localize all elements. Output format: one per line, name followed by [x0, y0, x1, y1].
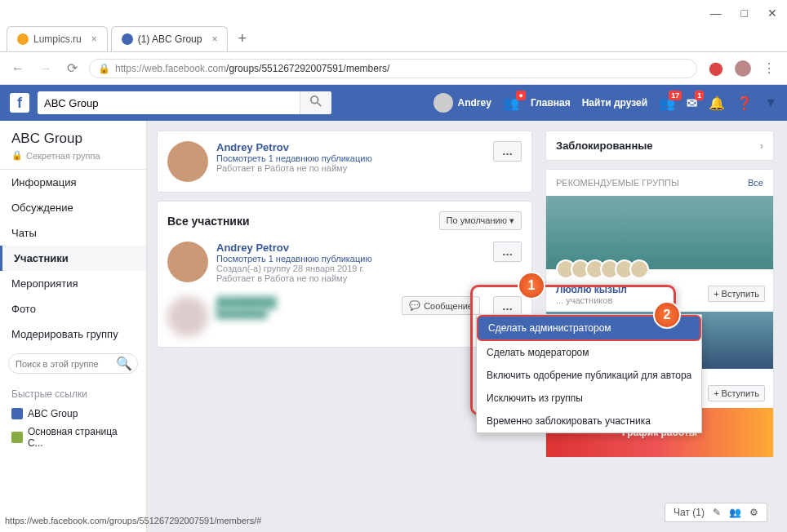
dropdown-icon[interactable]: ▼ [764, 95, 777, 110]
profile-avatar-icon[interactable] [735, 60, 751, 77]
close-tab-icon[interactable]: × [91, 33, 97, 45]
gear-icon[interactable]: ⚙ [749, 507, 758, 518]
join-button[interactable]: + Вступить [708, 286, 765, 302]
group-icon [11, 408, 23, 419]
all-members-title: Все участники [167, 215, 250, 228]
reload-button[interactable]: ⟳ [64, 57, 81, 79]
facebook-search[interactable] [38, 91, 331, 114]
quick-link-label: ABC Group [28, 408, 78, 419]
group-privacy: 🔒Секретная группа [0, 150, 146, 169]
help-icon[interactable]: ❓ [736, 95, 753, 111]
groups-icon[interactable]: 👥● [503, 95, 519, 111]
browser-tab-facebook[interactable]: (1) ABC Group × [111, 26, 229, 51]
block-member-item[interactable]: Временно заблокировать участника [477, 410, 701, 432]
nav-info[interactable]: Информация [0, 170, 146, 195]
avatar-icon [434, 93, 453, 113]
nav-photos[interactable]: Фото [0, 296, 146, 321]
url-input[interactable]: 🔒 https://web.facebook.com/groups/551267… [89, 59, 697, 78]
approve-posts-item[interactable]: Включить одобрение публикаций для автора [477, 364, 701, 387]
compose-icon[interactable]: ✎ [713, 507, 721, 518]
quick-link-label: Основная страница С... [28, 426, 135, 449]
svg-line-1 [318, 103, 321, 106]
message-button[interactable]: 💬 Сообщение [402, 296, 480, 315]
search-button[interactable] [300, 91, 331, 114]
forward-button[interactable]: → [36, 58, 56, 79]
nav-members[interactable]: Участники [0, 246, 146, 271]
url-host: https://web.facebook.com [115, 63, 226, 74]
url-path: /groups/551267292007591/members/ [226, 63, 389, 74]
member-name-link[interactable]: Andrey Petrov [216, 141, 485, 153]
badge: 1 [695, 91, 704, 100]
chat-label: Чат (1) [674, 507, 705, 518]
member-meta: Работает в Работа не по найму [216, 163, 485, 173]
profile-link[interactable]: Andrey [434, 93, 491, 113]
member-more-button[interactable]: … [493, 141, 522, 162]
make-moderator-item[interactable]: Сделать модератором [477, 341, 701, 364]
messages-icon[interactable]: ✉1 [687, 95, 697, 111]
extension-icon[interactable]: ⬤ [705, 57, 727, 79]
blocked-link[interactable]: Заблокированные › [546, 131, 773, 160]
member-avatar[interactable] [167, 141, 208, 182]
quick-link-page[interactable]: Основная страница С... [0, 423, 146, 452]
status-bar: https://web.facebook.com/groups/55126729… [5, 516, 261, 525]
nav-discussion[interactable]: Обсуждение [0, 195, 146, 220]
member-meta: ████████ [216, 308, 394, 318]
see-all-link[interactable]: Все [748, 178, 763, 188]
close-tab-icon[interactable]: × [211, 33, 217, 45]
nav-chats[interactable]: Чаты [0, 220, 146, 246]
member-recent-link[interactable]: Посмотреть 1 недавнюю публикацию [216, 254, 485, 264]
step-badge-1: 1 [518, 272, 545, 299]
minimize-icon[interactable]: ― [710, 7, 722, 20]
new-tab-button[interactable]: + [231, 30, 253, 47]
notifications-icon[interactable]: 🔔 [709, 95, 725, 111]
member-faces [556, 259, 763, 279]
menu-icon[interactable]: ⋮ [759, 57, 779, 79]
notification-badge: ● [516, 91, 525, 100]
remove-member-item[interactable]: Исключить из группы [477, 387, 701, 410]
sort-button[interactable]: По умолчанию ▾ [439, 211, 522, 230]
favicon-icon [122, 33, 133, 45]
member-meta: Создал(-а) группу 28 января 2019 г. [216, 264, 485, 273]
search-icon: 🔍 [116, 356, 132, 371]
messenger-icon: 💬 [409, 300, 420, 311]
tab-title: (1) ABC Group [138, 33, 202, 45]
nav-find-friends[interactable]: Найти друзей [582, 97, 647, 109]
lock-icon: 🔒 [11, 150, 23, 161]
back-button[interactable]: ← [8, 58, 28, 79]
member-recent-link[interactable]: Посмотреть 1 недавнюю публикацию [216, 153, 485, 163]
nav-events[interactable]: Мероприятия [0, 271, 146, 296]
page-icon [11, 432, 23, 443]
group-cover-image[interactable] [546, 196, 773, 269]
chat-bar[interactable]: Чат (1) ✎ 👥 ⚙ [665, 503, 767, 522]
svg-point-0 [311, 96, 318, 104]
profile-name: Andrey [458, 97, 491, 109]
close-icon[interactable]: ✕ [767, 7, 777, 20]
group-search-input[interactable] [16, 359, 116, 369]
join-button[interactable]: + Вступить [708, 385, 765, 401]
member-meta: Работает в Работа не по найму [216, 273, 485, 283]
member-avatar[interactable] [167, 296, 208, 337]
search-input[interactable] [38, 93, 300, 113]
facebook-logo[interactable]: f [10, 93, 29, 113]
maximize-icon[interactable]: □ [741, 7, 748, 20]
member-name-link[interactable]: ████████ [216, 296, 394, 308]
badge: 17 [669, 91, 682, 100]
member-name-link[interactable]: Andrey Petrov [216, 242, 485, 254]
search-icon [310, 95, 322, 107]
step-badge-2: 2 [653, 301, 681, 329]
nav-home[interactable]: Главная [531, 97, 571, 109]
group-title: ABC Group [0, 121, 146, 150]
lock-icon: 🔒 [98, 63, 110, 74]
member-more-button[interactable]: … [493, 242, 522, 262]
group-search[interactable]: 🔍 [8, 353, 138, 374]
quick-link-group[interactable]: ABC Group [0, 405, 146, 423]
favicon-icon [17, 33, 29, 45]
member-avatar[interactable] [167, 242, 208, 282]
member-actions-dropdown: Сделать администратором Сделать модерато… [476, 314, 702, 433]
chevron-right-icon: › [760, 140, 763, 152]
friend-requests-icon[interactable]: 👥17 [659, 95, 675, 111]
nav-moderate[interactable]: Модерировать группу [0, 321, 146, 347]
people-icon[interactable]: 👥 [729, 507, 741, 518]
browser-tab-lumpics[interactable]: Lumpics.ru × [7, 26, 108, 51]
tab-title: Lumpics.ru [33, 33, 82, 45]
